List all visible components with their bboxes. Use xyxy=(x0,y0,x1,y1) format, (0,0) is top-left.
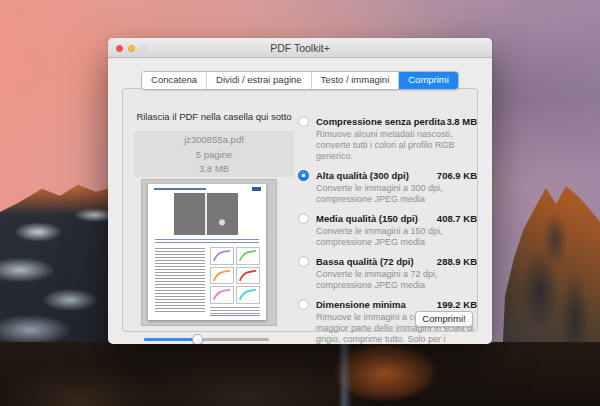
option-result-size: 3.8 MB xyxy=(446,116,477,127)
page-mini-charts xyxy=(210,247,260,304)
app-window: PDF Toolkit+ Rilascia il PDF nella casel… xyxy=(108,38,492,344)
compression-options: Compressione senza perdita 3.8 MB Rimuov… xyxy=(298,116,477,344)
option-title[interactable]: Bassa qualità (72 dpi) xyxy=(316,256,414,267)
mini-chart xyxy=(236,267,260,285)
tab-item[interactable]: Comprimi xyxy=(399,72,458,89)
mini-chart xyxy=(210,267,234,285)
tab-item[interactable]: Concatena xyxy=(142,72,207,89)
page-text-lines xyxy=(210,307,260,315)
pdf-drop-panel: Rilascia il PDF nella casella qui sotto … xyxy=(134,111,294,344)
compression-option-row: Compressione senza perdita 3.8 MB Rimuov… xyxy=(298,116,477,162)
option-header: Dimensione minima 199.2 KB xyxy=(298,299,477,310)
compress-button[interactable]: Comprimi! xyxy=(415,311,473,327)
option-header: Media qualità (150 dpi) 408.7 KB xyxy=(298,213,477,224)
option-description: Rimuove alcuni metadati nascosti, conver… xyxy=(316,129,477,162)
segmented-control: ConcatenaDividi / estrai pagineTesto / i… xyxy=(141,71,459,90)
option-description: Converte le immagini a 150 dpi, compress… xyxy=(316,226,477,248)
compression-option-row: Alta qualità (300 dpi) 706.9 KB Converte… xyxy=(298,170,477,205)
titlebar[interactable]: PDF Toolkit+ xyxy=(108,38,492,58)
mini-chart xyxy=(210,247,234,265)
tab-label: Comprimi xyxy=(408,74,449,85)
option-header: Alta qualità (300 dpi) 706.9 KB xyxy=(298,170,477,181)
desktop: PDF Toolkit+ Rilascia il PDF nella casel… xyxy=(0,0,600,406)
pdf-page-thumbnail xyxy=(148,184,266,320)
option-description: Converte le immagini a 72 dpi, compressi… xyxy=(316,269,477,291)
option-header: Compressione senza perdita 3.8 MB xyxy=(298,116,477,127)
mini-chart xyxy=(236,247,260,265)
page-figure-caption xyxy=(155,239,259,245)
slider-fill xyxy=(144,338,198,341)
compression-option-row: Media qualità (150 dpi) 408.7 KB Convert… xyxy=(298,213,477,248)
slider-knob[interactable] xyxy=(192,334,203,345)
pdf-preview-scrollview[interactable] xyxy=(141,179,277,326)
radio-button[interactable] xyxy=(298,170,309,181)
mini-chart xyxy=(210,286,234,304)
tab-bar: ConcatenaDividi / estrai pagineTesto / i… xyxy=(108,71,492,90)
radio-button[interactable] xyxy=(298,116,309,127)
tab-item[interactable]: Dividi / estrai pagine xyxy=(207,72,312,89)
tab-item[interactable]: Testo / immagini xyxy=(312,72,400,89)
option-result-size: 288.9 KB xyxy=(437,256,477,267)
file-drop-zone[interactable]: jz300855a.pdf 5 pagine 3.8 MB xyxy=(134,131,294,177)
page-microscopy-figure xyxy=(174,193,238,235)
window-content: Rilascia il PDF nella casella qui sotto … xyxy=(108,58,492,343)
option-title[interactable]: Compressione senza perdita xyxy=(316,116,445,127)
window-title: PDF Toolkit+ xyxy=(108,38,492,58)
page-footer-line xyxy=(210,315,260,316)
tab-label: Testo / immagini xyxy=(321,74,390,85)
option-title[interactable]: Media qualità (150 dpi) xyxy=(316,213,418,224)
radio-button[interactable] xyxy=(298,256,309,267)
preview-zoom-slider[interactable] xyxy=(144,333,269,344)
radio-button[interactable] xyxy=(298,213,309,224)
file-size: 3.8 MB xyxy=(134,163,294,174)
drop-hint-label: Rilascia il PDF nella casella qui sotto xyxy=(134,111,294,124)
option-title[interactable]: Alta qualità (300 dpi) xyxy=(316,170,409,181)
page-text-column xyxy=(155,248,205,312)
tab-content-box: Rilascia il PDF nella casella qui sotto … xyxy=(122,88,478,332)
option-description: Converte le immagini a 300 dpi, compress… xyxy=(316,183,477,205)
option-header: Bassa qualità (72 dpi) 288.9 KB xyxy=(298,256,477,267)
option-title[interactable]: Dimensione minima xyxy=(316,299,406,310)
compression-option-row: Bassa qualità (72 dpi) 288.9 KB Converte… xyxy=(298,256,477,291)
tab-label: Dividi / estrai pagine xyxy=(216,74,302,85)
file-name: jz300855a.pdf xyxy=(134,134,294,145)
mini-chart xyxy=(236,286,260,304)
tab-label: Concatena xyxy=(151,74,197,85)
option-result-size: 706.9 KB xyxy=(437,170,477,181)
wallpaper-foreground-rocks xyxy=(0,342,600,406)
option-result-size: 199.2 KB xyxy=(437,299,477,310)
file-page-count: 5 pagine xyxy=(134,149,294,160)
option-result-size: 408.7 KB xyxy=(437,213,477,224)
page-header-line xyxy=(154,188,206,190)
radio-button[interactable] xyxy=(298,299,309,310)
page-logo-badge xyxy=(252,187,261,191)
